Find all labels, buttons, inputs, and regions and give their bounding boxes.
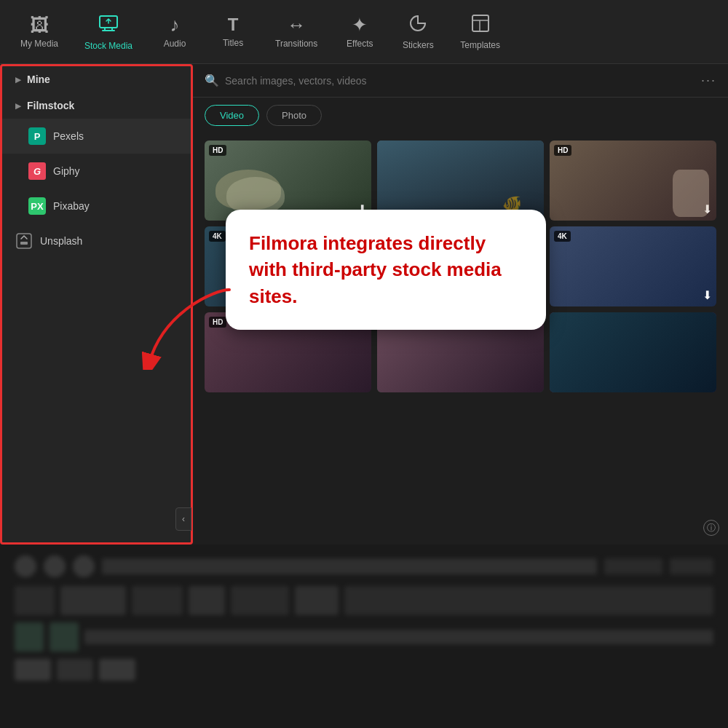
search-bar: 🔍 ··· [193,64,728,98]
pixabay-label: Pixabay [53,200,90,212]
sidebar-item-pexels[interactable]: P Pexels [2,119,191,154]
stock-media-label: Stock Media [84,41,132,51]
nav-item-transitions[interactable]: ↔ Transitions [262,9,331,55]
video-grid: HD ⬇ 4K ⬇ 🐠 HD ⬇ 4K ⟳ 4K [193,133,728,545]
sidebar-item-pixabay[interactable]: PX Pixabay [2,189,191,223]
quality-badge: 4K [209,231,226,242]
transitions-icon: ↔ [287,15,306,34]
pexels-icon: P [28,127,46,145]
effects-icon: ✦ [352,15,368,34]
nav-item-my-media[interactable]: 🖼 My Media [7,9,71,55]
filmstock-arrow-icon: ▶ [15,102,21,110]
mine-label: Mine [27,74,50,85]
bottom-timeline-area [0,545,728,728]
download-button[interactable]: ⬇ [703,288,712,302]
info-button[interactable]: ⓘ [703,520,719,536]
nav-item-stock-media[interactable]: Stock Media [71,7,146,57]
filmstock-label: Filmstock [27,100,74,111]
my-media-label: My Media [20,39,58,49]
nav-item-effects[interactable]: ✦ Effects [331,9,389,55]
pexels-label: Pexels [53,130,84,142]
sidebar-item-mine[interactable]: ▶ Mine [2,66,191,92]
callout-box: Filmora integrates directly with third-p… [226,210,546,330]
callout-text: Filmora integrates directly with third-p… [249,230,523,309]
sidebar-item-filmstock[interactable]: ▶ Filmstock [2,92,191,119]
giphy-icon: G [28,162,46,180]
stickers-icon [408,14,427,36]
svg-rect-1 [472,15,488,31]
tab-video[interactable]: Video [205,105,259,126]
audio-label: Audio [164,39,186,49]
pixabay-icon: PX [28,197,46,215]
quality-badge: HD [209,145,226,156]
templates-icon [471,14,490,36]
quality-badge: HD [554,145,571,156]
video-thumb[interactable]: 4K ⬇ [550,226,716,306]
quality-badge: 4K [554,231,571,242]
filter-tabs: Video Photo [193,98,728,133]
video-thumb[interactable] [550,312,716,392]
templates-label: Templates [460,40,500,50]
video-thumb[interactable]: HD ⬇ [205,141,371,221]
mine-arrow-icon: ▶ [15,76,21,84]
collapse-sidebar-button[interactable]: ‹ [175,507,191,531]
tab-photo[interactable]: Photo [266,105,322,126]
video-thumb[interactable]: HD ⬇ [550,141,716,221]
audio-icon: ♪ [170,15,180,34]
more-options-button[interactable]: ··· [701,73,716,88]
unsplash-icon [15,232,33,250]
svg-rect-5 [20,242,28,245]
titles-icon: T [228,16,239,33]
sidebar-item-giphy[interactable]: G Giphy [2,154,191,189]
unsplash-label: Unsplash [40,235,82,247]
giphy-label: Giphy [53,165,80,177]
video-thumb[interactable]: 4K ⬇ 🐠 [377,141,544,221]
search-icon: 🔍 [205,74,219,87]
search-input[interactable] [225,75,695,87]
my-media-icon: 🖼 [30,15,49,34]
transitions-label: Transitions [275,39,317,49]
callout-arrow [142,282,237,370]
nav-item-stickers[interactable]: Stickers [389,8,447,56]
nav-item-titles[interactable]: T Titles [204,10,262,54]
sidebar-item-unsplash[interactable]: Unsplash [2,223,191,258]
effects-label: Effects [347,39,373,49]
nav-item-audio[interactable]: ♪ Audio [146,9,204,55]
nav-item-templates[interactable]: Templates [447,8,513,56]
stickers-label: Stickers [403,40,434,50]
titles-label: Titles [223,38,243,48]
stock-media-icon [98,13,119,36]
top-navigation: 🖼 My Media Stock Media ♪ Audio T Titles … [0,0,728,64]
